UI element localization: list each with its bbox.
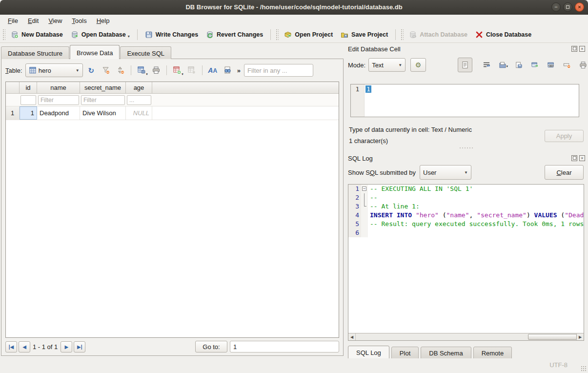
filter-input-age[interactable] bbox=[127, 95, 151, 105]
find-in-table-button[interactable] bbox=[221, 64, 234, 77]
goto-button[interactable]: Go to: bbox=[195, 341, 227, 352]
close-button[interactable]: × bbox=[575, 2, 584, 12]
print-cell-icon[interactable] bbox=[579, 61, 587, 69]
horizontal-scrollbar[interactable]: ◀ ▶ bbox=[348, 333, 584, 340]
minimize-button[interactable]: − bbox=[551, 2, 561, 12]
column-header-age[interactable]: age bbox=[126, 82, 152, 93]
filter-input-name[interactable] bbox=[38, 95, 79, 105]
close-dock-icon[interactable]: × bbox=[579, 155, 585, 161]
menu-view[interactable]: View bbox=[43, 16, 67, 26]
word-wrap-icon[interactable] bbox=[483, 61, 490, 69]
sql-log-dock-titlebar[interactable]: SQL Log × bbox=[348, 153, 585, 163]
clear-filters-button[interactable] bbox=[100, 64, 112, 77]
open-in-external-icon[interactable] bbox=[531, 61, 539, 69]
sql-statement-text: INSERT INTO "hero" ("name", "secret_name… bbox=[368, 211, 584, 220]
menu-tools[interactable]: Tools bbox=[67, 16, 91, 26]
row-header[interactable]: 1 bbox=[6, 106, 20, 120]
import-from-file-icon[interactable]: ▾ bbox=[499, 61, 507, 69]
delete-record-button[interactable] bbox=[185, 64, 198, 77]
column-header-secret-name[interactable]: secret_name bbox=[80, 82, 126, 93]
tab-db-schema[interactable]: DB Schema bbox=[421, 347, 471, 359]
toolbar-overflow-button[interactable]: » bbox=[236, 67, 242, 74]
scroll-right-arrow[interactable]: ▶ bbox=[576, 333, 584, 340]
close-database-button[interactable]: Close Database bbox=[471, 28, 535, 41]
auto-apply-button[interactable]: ⚙ bbox=[410, 58, 426, 72]
tab-database-structure[interactable]: Database Structure bbox=[1, 46, 69, 59]
edit-cell-dock-titlebar[interactable]: Edit Database Cell × bbox=[348, 44, 585, 54]
next-record-button[interactable]: ▶ bbox=[61, 341, 72, 352]
toolbar-separator bbox=[131, 65, 131, 75]
cell-secret-name[interactable]: Dive Wilson bbox=[80, 106, 126, 120]
export-to-file-icon[interactable] bbox=[515, 61, 523, 69]
tab-browse-data[interactable]: Browse Data bbox=[70, 45, 120, 59]
attach-database-button[interactable]: Attach Database bbox=[405, 28, 471, 41]
refresh-button[interactable]: ↻ bbox=[85, 64, 98, 77]
save-table-button[interactable]: ▾ bbox=[135, 64, 148, 77]
previous-record-button[interactable]: ◀ bbox=[19, 341, 30, 352]
toolbar-handle[interactable] bbox=[401, 29, 404, 41]
clear-log-button[interactable]: Clear bbox=[545, 165, 584, 180]
table-select[interactable]: hero ▼ bbox=[25, 63, 83, 77]
tab-remote[interactable]: Remote bbox=[473, 347, 512, 359]
open-database-icon bbox=[71, 31, 79, 39]
mode-label: Mode: bbox=[348, 62, 365, 69]
text-mode-toggle-button[interactable] bbox=[458, 58, 472, 72]
maximize-button[interactable] bbox=[563, 2, 572, 12]
filter-input-secret-name[interactable] bbox=[81, 95, 125, 105]
cell-size-info: 1 character(s) bbox=[349, 137, 388, 145]
cell-id[interactable]: 1 bbox=[20, 106, 37, 120]
sql-log-editor[interactable]: 1−-- EXECUTING ALL IN 'SQL 1'2--3-- At l… bbox=[348, 184, 584, 341]
float-dock-icon[interactable] bbox=[571, 155, 577, 161]
column-header-name[interactable]: name bbox=[37, 82, 80, 93]
cell-name[interactable]: Deadpond bbox=[37, 106, 80, 120]
save-project-button[interactable]: Save Project bbox=[337, 28, 392, 41]
float-dock-icon[interactable] bbox=[571, 46, 577, 52]
tab-execute-sql[interactable]: Execute SQL bbox=[120, 46, 171, 59]
filter-input-id[interactable] bbox=[20, 95, 36, 105]
cell-age[interactable]: NULL bbox=[126, 106, 152, 120]
open-project-button[interactable]: Open Project bbox=[280, 28, 337, 41]
fold-margin[interactable]: − bbox=[361, 185, 368, 193]
last-record-button[interactable]: ▶| bbox=[74, 341, 85, 352]
show-sql-select[interactable]: User ▼ bbox=[420, 165, 471, 180]
cell-editor[interactable]: 1 1 bbox=[350, 84, 579, 117]
link-icon[interactable] bbox=[547, 61, 555, 69]
filter-any-input[interactable] bbox=[244, 64, 313, 77]
menu-edit[interactable]: Edit bbox=[23, 16, 43, 26]
apply-button[interactable]: Apply bbox=[545, 130, 584, 142]
clear-sorting-button[interactable] bbox=[114, 64, 127, 77]
open-database-dropdown-icon[interactable]: ▾ bbox=[128, 34, 130, 39]
grid-corner-header[interactable] bbox=[6, 82, 20, 93]
menu-file[interactable]: File bbox=[3, 16, 23, 26]
toolbar-handle[interactable] bbox=[2, 29, 5, 41]
set-null-icon[interactable] bbox=[563, 61, 571, 69]
edit-display-format-button[interactable]: AA bbox=[206, 64, 219, 77]
insert-record-button[interactable]: ▾ bbox=[171, 64, 183, 77]
goto-input[interactable] bbox=[230, 341, 339, 352]
open-project-icon bbox=[284, 31, 292, 39]
scroll-left-arrow[interactable]: ◀ bbox=[348, 333, 356, 340]
print-table-button[interactable] bbox=[150, 64, 162, 77]
menu-help[interactable]: Help bbox=[92, 16, 115, 26]
dock-splitter-handle[interactable] bbox=[344, 146, 588, 149]
first-record-button[interactable]: |◀ bbox=[5, 341, 17, 352]
title-bar[interactable]: DB Browser for SQLite - /home/user/code/… bbox=[0, 0, 588, 15]
next-record-icon: ▶ bbox=[64, 344, 68, 350]
last-record-icon: ▶| bbox=[77, 344, 82, 350]
tab-sql-log[interactable]: SQL Log bbox=[348, 346, 389, 359]
toolbar-handle[interactable] bbox=[276, 29, 279, 41]
open-database-button[interactable]: Open Database ▾ bbox=[67, 28, 134, 41]
apply-button-label: Apply bbox=[556, 132, 572, 140]
close-dock-icon[interactable]: × bbox=[579, 46, 585, 52]
sql-statement-text: -- At line 1: bbox=[368, 202, 420, 211]
write-changes-button[interactable]: Write Changes bbox=[141, 28, 202, 41]
scrollbar-thumb[interactable] bbox=[528, 334, 577, 340]
new-database-button[interactable]: New Database bbox=[7, 28, 67, 41]
resize-grip[interactable] bbox=[581, 366, 587, 372]
fold-collapse-icon[interactable]: − bbox=[362, 186, 366, 191]
tab-plot[interactable]: Plot bbox=[391, 347, 419, 359]
mode-select[interactable]: Text ▼ bbox=[368, 58, 406, 72]
revert-changes-button[interactable]: Revert Changes bbox=[202, 28, 267, 41]
column-header-id[interactable]: id bbox=[20, 82, 37, 93]
write-changes-label: Write Changes bbox=[156, 31, 198, 38]
